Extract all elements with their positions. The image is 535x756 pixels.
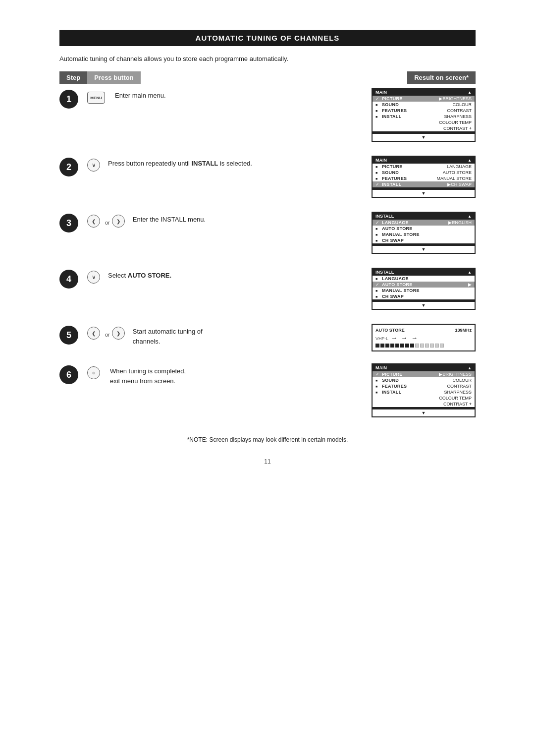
- step-row: 4∨Select AUTO STORE.INSTALL▲■LANGUAGE✓AU…: [59, 268, 476, 312]
- menu-screen: MAIN▲■PICTURELANGUAGE■SOUNDAUTO STORE■FE…: [372, 156, 476, 198]
- menu-screen: MAIN▲✓PICTURE▶BRIGHTNESS■SOUNDCOLOUR■FEA…: [372, 363, 476, 417]
- instruction-text: When tuning is completed,exit menu from …: [110, 366, 186, 386]
- right-button-icon: ❯: [112, 215, 125, 228]
- screen-menu-row: ■PICTURELANGUAGE: [373, 164, 475, 170]
- step-result: INSTALL▲■LANGUAGE✓AUTO STORE▶■MANUAL STO…: [372, 268, 476, 312]
- screen-menu-row: ■CH SWAP: [373, 293, 475, 299]
- screen-menu-row: ✓AUTO STORE▶: [373, 282, 475, 288]
- button-icons: ∨: [87, 159, 103, 172]
- screen-menu-row: ■FEATURESCONTRAST: [373, 383, 475, 389]
- menu-screen: MAIN▲✓PICTURE▶BRIGHTNESS■SOUNDCOLOUR■FEA…: [372, 88, 476, 142]
- menu-screen: INSTALL▲✓LANGUAGE▶ENGLISH■AUTO STORE■MAN…: [372, 212, 476, 254]
- step-number: 2: [59, 158, 78, 176]
- step-row: 5❮or❯Start automatic tuning ofchannels.A…: [59, 324, 476, 351]
- button-icons: ∨: [87, 271, 103, 284]
- screen-menu-row: ■SOUNDAUTO STORE: [373, 170, 475, 175]
- screen-menu-row: COLOUR TEMP: [373, 119, 475, 125]
- down-button-icon: ∨: [87, 271, 100, 284]
- screen-menu-row: ✓LANGUAGE▶ENGLISH: [373, 220, 475, 226]
- menu-button-icon: MENU: [87, 92, 105, 104]
- step-instruction: MENUEnter main menu.: [87, 88, 360, 104]
- step-instruction: ⊕When tuning is completed,exit menu from…: [87, 363, 360, 386]
- intro-text: Automatic tuning of channels allows you …: [59, 55, 476, 62]
- page-number: 11: [59, 458, 476, 465]
- screen-menu-row: ■AUTO STORE: [373, 226, 475, 232]
- steps-area: 1MENUEnter main menu.MAIN▲✓PICTURE▶BRIGH…: [59, 88, 476, 431]
- step-result: INSTALL▲✓LANGUAGE▶ENGLISH■AUTO STORE■MAN…: [372, 212, 476, 256]
- header-row: Step Press button Result on screen*: [59, 71, 476, 84]
- step-result: MAIN▲■PICTURELANGUAGE■SOUNDAUTO STORE■FE…: [372, 156, 476, 200]
- right-button-icon: ❯: [112, 327, 125, 340]
- step-instruction: ❮or❯Start automatic tuning ofchannels.: [87, 324, 360, 346]
- screen-menu-row: ■LANGUAGE: [373, 276, 475, 282]
- progress-screen: AUTO STORE139MHzVHF-L → → →: [372, 324, 476, 351]
- step-number: 3: [59, 214, 78, 233]
- down-button-icon: ∨: [87, 159, 100, 172]
- header-step: Step: [59, 71, 87, 84]
- step-result: AUTO STORE139MHzVHF-L → → →: [372, 324, 476, 351]
- instruction-text: Enter the INSTALL menu.: [133, 215, 206, 225]
- screen-menu-row: ■MANUAL STORE: [373, 232, 475, 237]
- step-instruction: ∨Press button repeatedly until INSTALL i…: [87, 156, 360, 172]
- instruction-text: Select AUTO STORE.: [108, 271, 171, 281]
- step-number: 1: [59, 90, 78, 109]
- left-button-icon: ❮: [87, 327, 100, 340]
- step-row: 3❮or❯Enter the INSTALL menu.INSTALL▲✓LAN…: [59, 212, 476, 256]
- screen-menu-row: ■FEATURESMANUAL STORE: [373, 175, 475, 181]
- screen-menu-row: COLOUR TEMP: [373, 395, 475, 401]
- or-text: or: [105, 220, 110, 226]
- step-row: 2∨Press button repeatedly until INSTALL …: [59, 156, 476, 200]
- button-icons: MENU: [87, 91, 110, 104]
- header-press: Press button: [87, 71, 140, 84]
- button-icons: ❮or❯: [87, 215, 128, 228]
- screen-menu-row: CONTRAST +: [373, 125, 475, 131]
- note-text: *NOTE: Screen displays may look differen…: [59, 436, 476, 443]
- step-number: 4: [59, 270, 78, 289]
- menu-screen: INSTALL▲■LANGUAGE✓AUTO STORE▶■MANUAL STO…: [372, 268, 476, 310]
- step-result: MAIN▲✓PICTURE▶BRIGHTNESS■SOUNDCOLOUR■FEA…: [372, 88, 476, 144]
- step-instruction: ❮or❯Enter the INSTALL menu.: [87, 212, 360, 228]
- button-icons: ⊕: [87, 366, 105, 379]
- step-instruction: ∨Select AUTO STORE.: [87, 268, 360, 284]
- header-result: Result on screen*: [407, 71, 476, 84]
- screen-menu-row: ■SOUNDCOLOUR: [373, 377, 475, 383]
- screen-menu-row: ■INSTALLSHARPNESS: [373, 389, 475, 395]
- screen-menu-row: CONTRAST +: [373, 401, 475, 407]
- screen-menu-row: ✓PICTURE▶BRIGHTNESS: [373, 371, 475, 377]
- button-icons: ❮or❯: [87, 327, 128, 340]
- screen-menu-row: ✓INSTALL▶CH SWAP: [373, 181, 475, 187]
- screen-menu-row: ■CH SWAP: [373, 237, 475, 243]
- screen-menu-row: ✓PICTURE▶BRIGHTNESS: [373, 96, 475, 102]
- ok-button-icon: ⊕: [87, 366, 100, 379]
- step-result: MAIN▲✓PICTURE▶BRIGHTNESS■SOUNDCOLOUR■FEA…: [372, 363, 476, 419]
- instruction-text: Start automatic tuning ofchannels.: [133, 327, 203, 346]
- page-title: AUTOMATIC TUNING OF CHANNELS: [59, 30, 476, 46]
- screen-menu-row: ■MANUAL STORE: [373, 288, 475, 293]
- screen-menu-row: ■SOUNDCOLOUR: [373, 102, 475, 108]
- step-number: 6: [59, 365, 78, 384]
- screen-menu-row: ■INSTALLSHARPNESS: [373, 114, 475, 119]
- step-row: 1MENUEnter main menu.MAIN▲✓PICTURE▶BRIGH…: [59, 88, 476, 144]
- left-button-icon: ❮: [87, 215, 100, 228]
- instruction-text: Enter main menu.: [115, 91, 166, 101]
- screen-menu-row: ■FEATURESCONTRAST: [373, 108, 475, 114]
- step-number: 5: [59, 326, 78, 345]
- step-row: 6⊕When tuning is completed,exit menu fro…: [59, 363, 476, 419]
- or-text: or: [105, 332, 110, 338]
- instruction-text: Press button repeatedly until INSTALL is…: [108, 159, 252, 169]
